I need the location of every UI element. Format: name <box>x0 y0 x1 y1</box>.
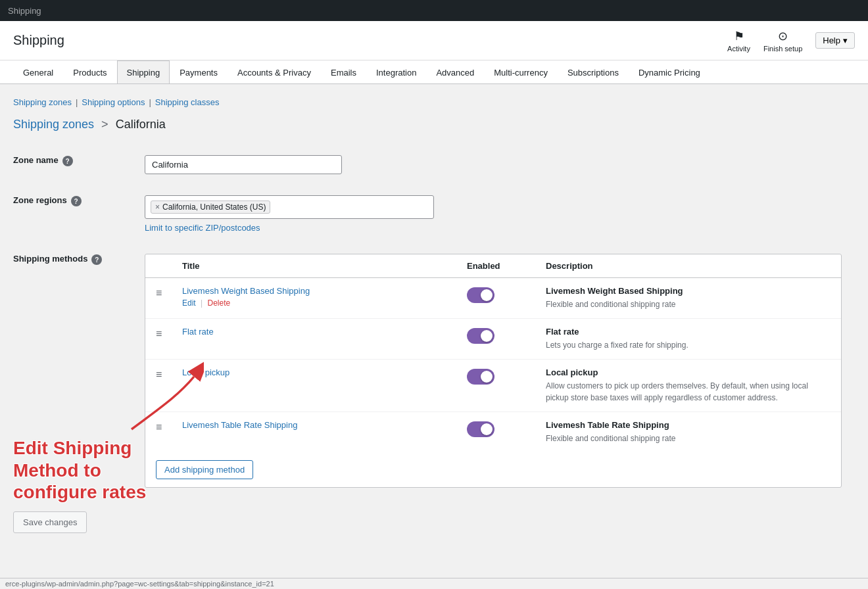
sub-nav-classes[interactable]: Shipping classes <box>155 97 220 107</box>
nav-tab-subscriptions[interactable]: Subscriptions <box>558 60 629 84</box>
activity-button[interactable]: ⚑ Activity <box>727 29 750 53</box>
help-button[interactable]: Help ▾ <box>815 32 855 49</box>
method-row-livemesh-weight: ≡Livemesh Weight Based ShippingEdit | De… <box>145 278 841 319</box>
method-desc-title-local-pickup: Local pickup <box>546 367 831 377</box>
method-title-link-livemesh-table[interactable]: Livemesh Table Rate Shipping <box>182 420 467 430</box>
method-title-col-livemesh-weight: Livemesh Weight Based ShippingEdit | Del… <box>182 286 467 308</box>
limit-zip-link[interactable]: Limit to specific ZIP/postcodes <box>145 223 842 233</box>
method-toggle-slider-livemesh-weight <box>467 287 494 303</box>
top-bar: Shipping <box>0 0 868 21</box>
methods-container: Title Enabled Description ≡Livemesh Weig… <box>145 254 842 488</box>
nav-tab-advanced[interactable]: Advanced <box>426 60 484 84</box>
method-title-col-local-pickup: Local pickup <box>182 367 467 380</box>
zone-name-label-cell: Zone name ? <box>13 145 145 185</box>
zone-regions-input-wrap[interactable]: × California, United States (US) <box>145 195 434 219</box>
add-shipping-method-button[interactable]: Add shipping method <box>156 460 253 479</box>
method-rows-container: ≡Livemesh Weight Based ShippingEdit | De… <box>145 278 841 452</box>
breadcrumb-link[interactable]: Shipping zones <box>13 118 94 131</box>
zone-name-label: Zone name <box>13 155 59 165</box>
nav-tab-dynamic-pricing[interactable]: Dynamic Pricing <box>629 60 710 84</box>
nav-tab-general[interactable]: General <box>13 60 63 84</box>
method-toggle-local-pickup[interactable] <box>467 369 494 385</box>
nav-tab-shipping[interactable]: Shipping <box>117 60 170 84</box>
method-delete-link-livemesh-weight[interactable]: Delete <box>207 298 230 308</box>
method-desc-col-local-pickup: Local pickupAllow customers to pick up o… <box>546 367 831 404</box>
nav-tab-emails[interactable]: Emails <box>321 60 366 84</box>
zone-regions-field-cell: × California, United States (US) Limit t… <box>145 185 842 243</box>
nav-tab-accounts-privacy[interactable]: Accounts & Privacy <box>228 60 321 84</box>
region-tag: × California, United States (US) <box>151 200 270 214</box>
method-desc-title-livemesh-table: Livemesh Table Rate Shipping <box>546 420 831 430</box>
method-desc-text-livemesh-weight: Flexible and conditional shipping rate <box>546 298 831 310</box>
methods-table-header: Title Enabled Description <box>145 254 841 278</box>
col-drag <box>156 261 182 271</box>
activity-label: Activity <box>727 45 750 53</box>
method-desc-col-livemesh-table: Livemesh Table Rate ShippingFlexible and… <box>546 420 831 444</box>
method-row-livemesh-table: ≡Livemesh Table Rate ShippingLivemesh Ta… <box>145 412 841 452</box>
method-title-col-flat-rate: Flat rate <box>182 327 467 339</box>
sub-nav-sep-2: | <box>149 97 151 107</box>
shipping-methods-label-cell: Shipping methods ? <box>13 243 145 498</box>
nav-tab-integration[interactable]: Integration <box>366 60 426 84</box>
top-bar-title: Shipping <box>8 6 41 16</box>
zone-regions-help-icon[interactable]: ? <box>71 196 82 206</box>
method-toggle-slider-flat-rate <box>467 328 494 344</box>
method-row-flat-rate: ≡Flat rateFlat rateLets you charge a fix… <box>145 319 841 360</box>
shipping-methods-row: Shipping methods ? Title Enabled Descrip… <box>13 243 842 498</box>
zone-name-field-cell: California <box>145 145 842 185</box>
nav-tab-multi-currency[interactable]: Multi-currency <box>484 60 558 84</box>
finish-setup-label: Finish setup <box>763 45 802 53</box>
method-row-local-pickup: ≡Local pickupLocal pickupAllow customers… <box>145 360 841 412</box>
nav-tab-payments[interactable]: Payments <box>170 60 228 84</box>
nav-tab-products[interactable]: Products <box>63 60 116 84</box>
method-title-link-local-pickup[interactable]: Local pickup <box>182 367 467 377</box>
col-title-header: Title <box>182 261 467 271</box>
finish-setup-icon: ⊙ <box>778 29 788 43</box>
breadcrumb-separator: > <box>101 118 108 131</box>
drag-handle-livemesh-table[interactable]: ≡ <box>156 420 182 433</box>
zone-regions-label: Zone regions <box>13 195 67 205</box>
method-toggle-flat-rate[interactable] <box>467 328 494 344</box>
method-title-link-flat-rate[interactable]: Flat rate <box>182 327 467 337</box>
help-label: Help <box>823 35 840 45</box>
method-toggle-livemesh-table[interactable] <box>467 421 494 437</box>
method-toggle-livemesh-weight[interactable] <box>467 287 494 303</box>
main-content: Shipping zones|Shipping options|Shipping… <box>0 84 855 546</box>
page-title: Shipping <box>13 33 64 48</box>
page-header: Shipping ⚑ Activity ⊙ Finish setup Help … <box>0 21 868 60</box>
method-actions-sep-livemesh-weight: | <box>199 298 205 308</box>
region-tag-label: California, United States (US) <box>162 202 266 212</box>
sub-nav-zones[interactable]: Shipping zones <box>13 97 72 107</box>
settings-form: Zone name ? California Zone regions ? <box>13 145 842 498</box>
activity-icon: ⚑ <box>734 29 744 43</box>
zone-regions-label-cell: Zone regions ? <box>13 185 145 243</box>
sub-nav-sep-1: | <box>76 97 78 107</box>
zone-name-help-icon[interactable]: ? <box>62 156 73 166</box>
help-chevron-icon: ▾ <box>843 35 848 45</box>
drag-handle-livemesh-weight[interactable]: ≡ <box>156 286 182 299</box>
method-title-link-livemesh-weight[interactable]: Livemesh Weight Based Shipping <box>182 286 467 296</box>
drag-handle-flat-rate[interactable]: ≡ <box>156 327 182 340</box>
method-toggle-wrap-livemesh-weight <box>467 286 546 303</box>
header-actions: ⚑ Activity ⊙ Finish setup Help ▾ <box>727 29 855 53</box>
col-enabled-header: Enabled <box>467 261 546 271</box>
method-title-col-livemesh-table: Livemesh Table Rate Shipping <box>182 420 467 433</box>
drag-handle-local-pickup[interactable]: ≡ <box>156 367 182 381</box>
method-toggle-wrap-flat-rate <box>467 327 546 344</box>
method-toggle-slider-livemesh-table <box>467 421 494 437</box>
zone-regions-row: Zone regions ? × California, United Stat… <box>13 185 842 243</box>
method-desc-title-livemesh-weight: Livemesh Weight Based Shipping <box>546 286 831 296</box>
method-desc-col-livemesh-weight: Livemesh Weight Based ShippingFlexible a… <box>546 286 831 310</box>
method-desc-text-flat-rate: Lets you charge a fixed rate for shippin… <box>546 339 831 351</box>
zone-name-input[interactable]: California <box>145 155 342 174</box>
finish-setup-button[interactable]: ⊙ Finish setup <box>763 29 802 53</box>
method-edit-link-livemesh-weight[interactable]: Edit <box>182 298 196 308</box>
breadcrumb: Shipping zones > California <box>13 118 842 131</box>
sub-nav-options[interactable]: Shipping options <box>82 97 145 107</box>
method-desc-text-livemesh-table: Flexible and conditional shipping rate <box>546 433 831 444</box>
save-changes-button[interactable]: Save changes <box>13 511 87 533</box>
method-actions-livemesh-weight: Edit | Delete <box>182 298 467 308</box>
col-description-header: Description <box>546 261 831 271</box>
shipping-methods-help-icon[interactable]: ? <box>91 254 102 265</box>
region-tag-remove[interactable]: × <box>155 202 160 212</box>
